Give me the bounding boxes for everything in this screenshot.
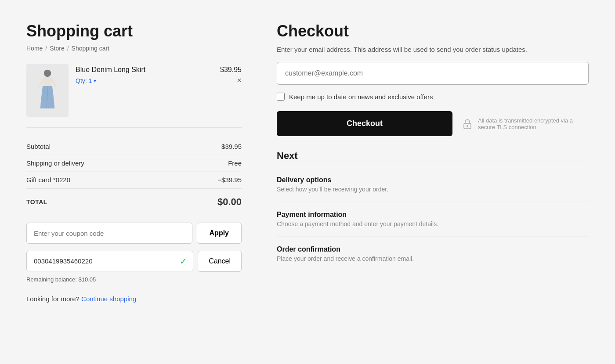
qty-selector[interactable]: Qty: 1 ▾ — [76, 77, 242, 84]
breadcrumb-sep-2: / — [67, 45, 69, 52]
remaining-balance: Remaining balance: $10.05 — [26, 276, 242, 283]
gift-card-section: ✓ Cancel — [26, 251, 242, 272]
breadcrumb-store: Store — [50, 45, 64, 52]
cart-item: Blue Denim Long Skirt Qty: 1 ▾ $39.95 × — [26, 64, 242, 128]
checkmark-icon: ✓ — [180, 256, 187, 267]
order-confirmation-title: Order confirmation — [277, 245, 589, 253]
continue-shopping: Looking for more? Continue shopping — [26, 295, 242, 303]
next-step-confirmation: Order confirmation Place your order and … — [277, 237, 589, 271]
next-section: Next Delivery options Select how you'll … — [277, 150, 589, 271]
shipping-row: Shipping or delivery Free — [26, 155, 242, 172]
delivery-options-title: Delivery options — [277, 176, 589, 184]
checkout-title: Checkout — [277, 22, 589, 40]
coupon-section: Apply — [26, 223, 242, 244]
gift-card-field-wrapper: ✓ — [26, 251, 193, 272]
gift-card-input[interactable] — [26, 251, 193, 271]
svg-line-2 — [40, 79, 43, 86]
total-row: TOTAL $0.00 — [26, 188, 242, 212]
svg-rect-1 — [43, 77, 51, 86]
shipping-label: Shipping or delivery — [26, 159, 84, 167]
checkout-button[interactable]: Checkout — [277, 111, 452, 136]
checkout-subtitle: Enter your email address. This address w… — [277, 46, 589, 53]
next-step-payment: Payment information Choose a payment met… — [277, 202, 589, 237]
apply-button[interactable]: Apply — [197, 223, 242, 244]
breadcrumb-cart: Shopping cart — [72, 45, 109, 52]
breadcrumb-sep-1: / — [45, 45, 47, 52]
cart-item-details: Blue Denim Long Skirt Qty: 1 ▾ — [76, 64, 242, 84]
shipping-value: Free — [228, 159, 242, 167]
order-confirmation-desc: Place your order and receive a confirmat… — [277, 255, 589, 262]
newsletter-label: Keep me up to date on news and exclusive… — [289, 93, 433, 101]
continue-text: Looking for more? — [26, 295, 80, 303]
breadcrumb: Home / Store / Shopping cart — [26, 45, 242, 52]
gift-card-value: −$39.95 — [217, 176, 242, 184]
svg-point-7 — [467, 125, 468, 127]
subtotal-value: $39.95 — [221, 143, 242, 150]
secure-info: All data is transmitted encrypted via a … — [461, 117, 589, 130]
next-heading: Next — [277, 150, 589, 162]
qty-label: Qty: 1 — [76, 77, 92, 84]
lock-icon — [461, 118, 474, 130]
gift-card-label: Gift card *0220 — [26, 176, 70, 184]
page-title: Shopping cart — [26, 22, 242, 40]
breadcrumb-home: Home — [26, 45, 43, 52]
secure-text: All data is transmitted encrypted via a … — [478, 117, 589, 130]
right-column: Checkout Enter your email address. This … — [277, 22, 589, 342]
product-image-svg — [34, 68, 61, 112]
remove-item-button[interactable]: × — [237, 76, 242, 84]
gift-card-row: Gift card *0220 −$39.95 — [26, 172, 242, 188]
continue-shopping-link[interactable]: Continue shopping — [81, 295, 136, 303]
email-input[interactable] — [277, 62, 589, 85]
payment-info-title: Payment information — [277, 211, 589, 219]
left-column: Shopping cart Home / Store / Shopping ca… — [26, 22, 242, 342]
total-label: TOTAL — [26, 198, 47, 205]
total-value: $0.00 — [217, 196, 242, 208]
svg-point-0 — [44, 70, 51, 77]
checkout-action-row: Checkout All data is transmitted encrypt… — [277, 111, 589, 136]
cart-item-price: $39.95 — [220, 66, 242, 74]
subtotal-label: Subtotal — [26, 143, 51, 150]
newsletter-row: Keep me up to date on news and exclusive… — [277, 93, 589, 101]
order-summary: Subtotal $39.95 Shipping or delivery Fre… — [26, 138, 242, 212]
subtotal-row: Subtotal $39.95 — [26, 138, 242, 155]
chevron-down-icon: ▾ — [94, 78, 96, 84]
product-image — [26, 64, 69, 117]
newsletter-checkbox[interactable] — [277, 93, 285, 101]
coupon-input[interactable] — [26, 223, 192, 244]
svg-line-3 — [51, 79, 55, 86]
delivery-options-desc: Select how you'll be receiving your orde… — [277, 186, 589, 193]
page-wrapper: Shopping cart Home / Store / Shopping ca… — [0, 0, 615, 364]
next-step-delivery: Delivery options Select how you'll be re… — [277, 167, 589, 202]
cart-item-name: Blue Denim Long Skirt — [76, 66, 242, 74]
cancel-gift-card-button[interactable]: Cancel — [198, 251, 242, 272]
payment-info-desc: Choose a payment method and enter your p… — [277, 220, 589, 227]
